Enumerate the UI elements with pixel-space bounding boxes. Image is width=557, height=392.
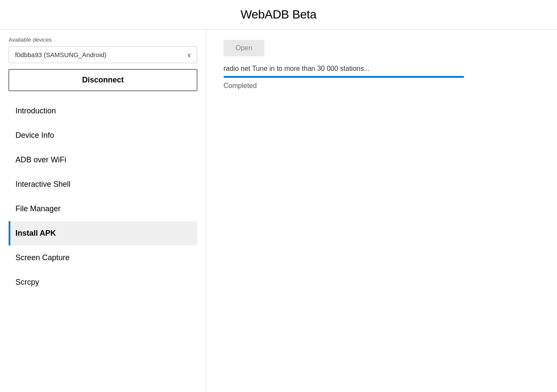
sidebar-item-screen-capture[interactable]: Screen Capture xyxy=(9,246,197,270)
app-title: WebADB Beta xyxy=(241,8,317,21)
sidebar-item-introduction[interactable]: Introduction xyxy=(9,99,197,123)
content-area: Open radio net Tune in to more than 30 0… xyxy=(206,30,557,392)
sidebar-item-device-info[interactable]: Device Info xyxy=(9,123,197,148)
app-container: WebADB Beta Available devices f0dbba93 (… xyxy=(0,0,557,392)
progress-bar-container xyxy=(223,76,464,78)
main-layout: Available devices f0dbba93 (SAMSUNG_Andr… xyxy=(0,30,557,392)
device-select[interactable]: f0dbba93 (SAMSUNG_Android) xyxy=(9,46,197,63)
open-button[interactable]: Open xyxy=(223,40,264,56)
sidebar-item-adb-over-wifi[interactable]: ADB over WiFi xyxy=(9,148,197,172)
disconnect-button[interactable]: Disconnect xyxy=(9,69,197,91)
sidebar: Available devices f0dbba93 (SAMSUNG_Andr… xyxy=(0,30,206,392)
apk-info-text: radio net Tune in to more than 30 000 st… xyxy=(223,65,540,73)
sidebar-item-file-manager[interactable]: File Manager xyxy=(9,197,197,221)
nav-menu: Introduction Device Info ADB over WiFi I… xyxy=(9,99,197,295)
available-devices-label: Available devices xyxy=(9,36,197,43)
sidebar-item-scrcpy[interactable]: Scrcpy xyxy=(9,270,197,295)
status-text: Completed xyxy=(223,82,540,90)
progress-bar-fill xyxy=(223,76,464,78)
header: WebADB Beta xyxy=(0,0,557,30)
device-select-container: f0dbba93 (SAMSUNG_Android) ∨ xyxy=(9,46,197,63)
sidebar-item-install-apk[interactable]: Install APK xyxy=(9,221,197,246)
sidebar-item-interactive-shell[interactable]: Interactive Shell xyxy=(9,172,197,197)
